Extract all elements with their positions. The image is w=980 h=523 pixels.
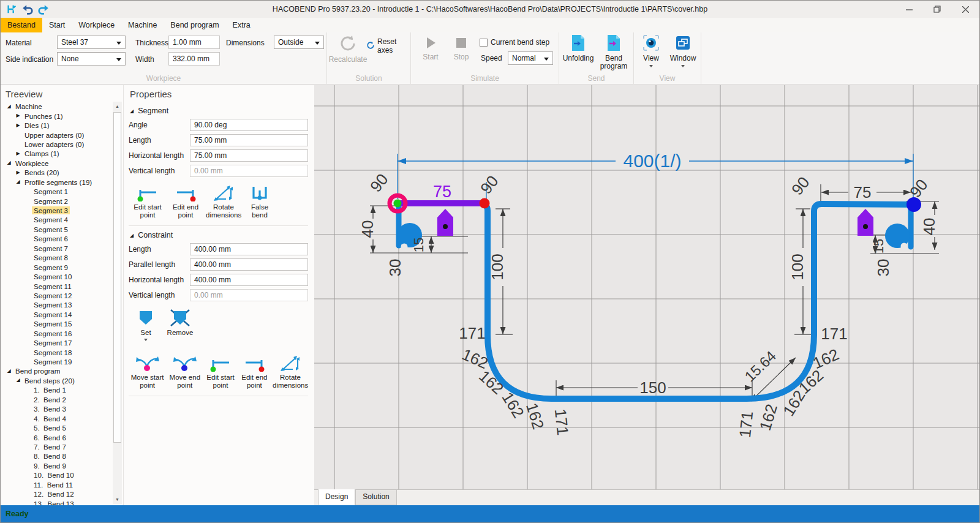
tree-item[interactable]: Segment 17 xyxy=(1,338,112,347)
rotate-dimensions-button[interactable]: Rotate dimensions xyxy=(206,183,241,219)
tree-item[interactable]: Segment 6 xyxy=(1,234,112,243)
tree-item[interactable]: ▶ Clamps (1) xyxy=(1,149,112,158)
tree-item[interactable]: Segment 19 xyxy=(1,357,112,366)
edit-end-point-button-2[interactable]: Edit end point xyxy=(239,353,270,389)
segment-hlength-input[interactable]: 75.00 mm xyxy=(190,149,308,162)
tree-item[interactable]: 7. Bend 7 xyxy=(1,442,112,451)
tree-item[interactable]: ◢ Machine xyxy=(1,102,112,111)
false-bend-button[interactable]: False bend xyxy=(244,183,276,219)
tab-solution[interactable]: Solution xyxy=(355,490,396,505)
tree-item[interactable]: Upper adapters (0) xyxy=(1,130,112,139)
angle-input[interactable]: 90.00 deg xyxy=(190,119,308,131)
tree-item[interactable]: ◢ Bend steps (20) xyxy=(1,376,112,385)
redo-icon[interactable] xyxy=(37,3,50,15)
recalculate-button[interactable]: Recalculate xyxy=(328,34,368,64)
view-button[interactable]: View xyxy=(638,34,665,71)
tree-item[interactable]: 9. Bend 9 xyxy=(1,461,112,470)
constraint-length-input[interactable]: 400.00 mm xyxy=(190,243,308,255)
constraint-section-header[interactable]: Constraint xyxy=(130,231,308,239)
unfolding-button[interactable]: Unfolding xyxy=(560,34,596,62)
tree-item[interactable]: Segment 9 xyxy=(1,262,112,271)
tree-item[interactable]: ▶ Punches (1) xyxy=(1,111,112,120)
current-bend-step-checkbox[interactable]: Current bend step xyxy=(480,38,549,47)
move-start-point-button[interactable]: Move start point xyxy=(130,353,165,389)
segment-section-header[interactable]: Segment xyxy=(130,107,308,115)
tree-expander-icon[interactable]: ◢ xyxy=(4,160,13,165)
segment-length-input[interactable]: 75.00 mm xyxy=(190,134,308,146)
speed-select[interactable]: Normal xyxy=(508,51,553,65)
scroll-up-icon[interactable]: ▲ xyxy=(113,102,122,111)
tree-item[interactable]: Segment 11 xyxy=(1,281,112,290)
tree-item[interactable]: 1. Bend 1 xyxy=(1,385,112,394)
tree-expander-icon[interactable]: ◢ xyxy=(4,104,13,109)
set-constraint-button[interactable]: Set xyxy=(130,309,162,345)
tree-item[interactable]: Segment 10 xyxy=(1,272,112,281)
minimize-button[interactable] xyxy=(895,1,923,18)
menu-item[interactable]: Machine xyxy=(121,18,164,32)
tree-item[interactable]: Segment 5 xyxy=(1,225,112,234)
tree-item[interactable]: Segment 8 xyxy=(1,253,112,262)
menu-item[interactable]: Bestand xyxy=(1,18,42,32)
tree-item[interactable]: 6. Bend 6 xyxy=(1,432,112,442)
tree-item[interactable]: ◢ Workpiece xyxy=(1,159,112,168)
tree-item[interactable]: ◢ Bend program xyxy=(1,366,112,375)
tab-design[interactable]: Design xyxy=(318,489,355,505)
tree-item[interactable]: Segment 3 xyxy=(1,206,112,215)
edit-start-point-button-2[interactable]: Edit start point xyxy=(205,353,236,389)
menu-item[interactable]: Workpiece xyxy=(72,18,121,32)
segment-end-point[interactable] xyxy=(480,198,490,209)
tree-item[interactable]: Segment 18 xyxy=(1,347,112,356)
tree-item[interactable]: Segment 7 xyxy=(1,244,112,253)
tree-item[interactable]: 5. Bend 5 xyxy=(1,423,112,432)
scroll-down-icon[interactable]: ▼ xyxy=(113,495,122,504)
tree-item[interactable]: Lower adapters (0) xyxy=(1,140,112,149)
tree-item[interactable]: 8. Bend 8 xyxy=(1,451,112,461)
tree-item[interactable]: Segment 1 xyxy=(1,187,112,196)
save-icon[interactable] xyxy=(6,3,18,15)
scrollbar-thumb[interactable] xyxy=(113,112,121,443)
tree-item[interactable]: ▶ Dies (1) xyxy=(1,121,112,130)
tree-item[interactable]: 12. Bend 12 xyxy=(1,489,112,499)
thickness-input[interactable]: 1.00 mm xyxy=(168,36,220,49)
start-button[interactable]: Start xyxy=(418,36,443,61)
bend-program-button[interactable]: Bend program xyxy=(596,34,631,70)
menu-item[interactable]: Extra xyxy=(226,18,257,32)
tree-expander-icon[interactable]: ◢ xyxy=(4,369,13,374)
constraint-hlength-input[interactable]: 400.00 mm xyxy=(190,274,308,286)
tree-item[interactable]: 4. Bend 4 xyxy=(1,413,112,423)
tree-expander-icon[interactable]: ◢ xyxy=(13,378,23,383)
tree-expander-icon[interactable]: ▶ xyxy=(13,170,23,175)
tree-item[interactable]: 13. Bend 13 xyxy=(1,499,112,505)
tree-expander-icon[interactable]: ▶ xyxy=(13,151,23,156)
tree-item[interactable]: Segment 14 xyxy=(1,310,112,319)
stop-button[interactable]: Stop xyxy=(449,36,473,61)
tree-item[interactable]: Segment 4 xyxy=(1,215,112,224)
width-input[interactable]: 332.00 mm xyxy=(168,52,220,66)
tree-item[interactable]: 10. Bend 10 xyxy=(1,470,112,480)
tree-item[interactable]: ▶ Bends (20) xyxy=(1,168,112,177)
close-button[interactable] xyxy=(951,1,979,18)
edit-start-point-button[interactable]: Edit start point xyxy=(130,183,165,219)
tree-item[interactable]: 2. Bend 2 xyxy=(1,395,112,404)
tree-scrollbar[interactable]: ▲ ▼ xyxy=(113,102,122,504)
tree-expander-icon[interactable]: ▶ xyxy=(13,123,23,128)
menu-item[interactable]: Start xyxy=(42,18,72,32)
window-button[interactable]: Window xyxy=(667,34,699,71)
material-select[interactable]: Steel 37 xyxy=(57,36,126,49)
rotate-dimensions-button-2[interactable]: Rotate dimensions xyxy=(273,353,308,389)
drawing-canvas[interactable]: 400(1/) xyxy=(314,85,979,489)
remove-constraint-button[interactable]: Remove xyxy=(164,309,196,345)
tree-item[interactable]: 11. Bend 11 xyxy=(1,480,112,489)
menu-item[interactable]: Bend program xyxy=(164,18,225,32)
tree-item[interactable]: 3. Bend 3 xyxy=(1,404,112,413)
tree-item[interactable]: Segment 12 xyxy=(1,291,112,300)
constraint-shield-right[interactable] xyxy=(858,209,873,236)
tree-item[interactable]: ◢ Profile segments (19) xyxy=(1,178,112,187)
tree-expander-icon[interactable]: ▶ xyxy=(13,113,23,118)
constraint-shield-left[interactable] xyxy=(437,209,453,236)
edit-end-point-button[interactable]: Edit end point xyxy=(168,183,203,219)
tree-item[interactable]: Segment 15 xyxy=(1,319,112,328)
dimensions-select[interactable]: Outside xyxy=(274,36,324,49)
move-end-point-button[interactable]: Move end point xyxy=(167,353,202,389)
tree-expander-icon[interactable]: ◢ xyxy=(13,179,23,184)
